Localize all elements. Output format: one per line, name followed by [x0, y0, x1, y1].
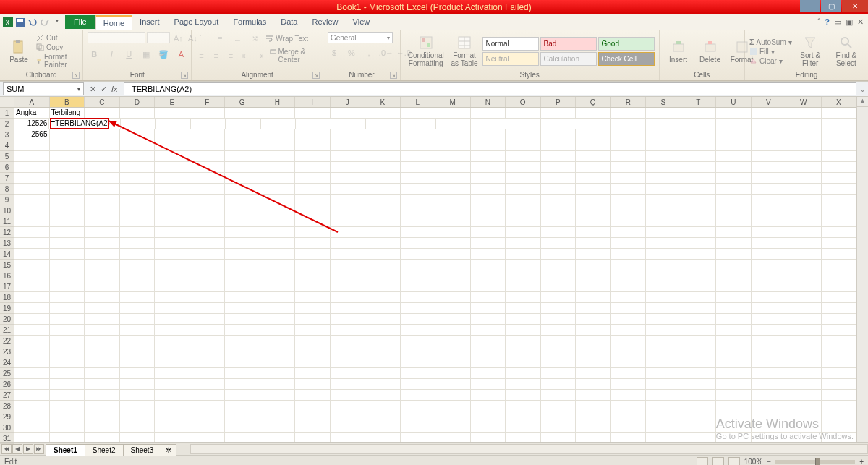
cell-A31[interactable] [14, 433, 50, 442]
cell-Q16[interactable] [576, 270, 611, 281]
cell-F27[interactable] [190, 390, 226, 401]
tab-review[interactable]: Review [305, 15, 345, 29]
cell-O31[interactable] [506, 433, 541, 442]
cell-S18[interactable] [646, 292, 681, 303]
cell-H9[interactable] [260, 195, 296, 205]
cell-I14[interactable] [295, 249, 331, 260]
select-all-corner[interactable] [0, 97, 14, 108]
cell-U17[interactable] [716, 281, 752, 292]
cell-U16[interactable] [716, 270, 752, 281]
cell-Q15[interactable] [576, 260, 611, 270]
cell-H15[interactable] [260, 260, 296, 270]
cell-R26[interactable] [611, 379, 647, 390]
cell-C8[interactable] [85, 184, 120, 195]
cell-T23[interactable] [681, 346, 717, 357]
cell-H18[interactable] [260, 292, 296, 303]
qa-dropdown-icon[interactable]: ▾ [52, 17, 62, 27]
cell-G21[interactable] [225, 325, 260, 336]
cell-T24[interactable] [681, 357, 717, 368]
cell-M31[interactable] [435, 433, 471, 442]
cell-G16[interactable] [225, 270, 260, 281]
cell-G19[interactable] [225, 303, 260, 314]
cell-R14[interactable] [611, 249, 647, 260]
cell-U30[interactable] [716, 422, 752, 433]
cell-E1[interactable] [155, 108, 190, 119]
cell-F1[interactable] [190, 108, 226, 119]
cell-V11[interactable] [752, 216, 787, 227]
cell-D1[interactable] [120, 108, 156, 119]
clipboard-dialog-launcher[interactable]: ↘ [72, 72, 80, 79]
cell-T11[interactable] [681, 216, 717, 227]
cell-C29[interactable] [85, 411, 120, 422]
cell-K7[interactable] [365, 173, 401, 184]
cell-M15[interactable] [435, 260, 471, 270]
cell-V31[interactable] [752, 433, 787, 442]
cell-F17[interactable] [190, 281, 226, 292]
column-header-N[interactable]: N [471, 97, 506, 107]
cell-H26[interactable] [260, 379, 296, 390]
cell-B16[interactable] [50, 270, 85, 281]
cell-P19[interactable] [541, 303, 576, 314]
cell-U8[interactable] [716, 184, 752, 195]
column-header-I[interactable]: I [295, 97, 331, 107]
cell-B20[interactable] [50, 314, 85, 325]
cell-O21[interactable] [506, 325, 541, 336]
cell-E7[interactable] [155, 173, 190, 184]
cell-V14[interactable] [752, 249, 787, 260]
cell-J3[interactable] [331, 129, 366, 140]
cell-N1[interactable] [471, 108, 506, 119]
cell-J13[interactable] [331, 238, 366, 249]
italic-button[interactable]: I [105, 48, 118, 61]
border-button[interactable]: ▦ [140, 48, 153, 61]
cell-J31[interactable] [331, 433, 366, 442]
cell-D12[interactable] [120, 227, 156, 238]
cell-H12[interactable] [260, 227, 296, 238]
cell-M10[interactable] [435, 205, 471, 216]
cell-D10[interactable] [120, 205, 156, 216]
cell-L16[interactable] [401, 270, 436, 281]
namebox-dropdown-icon[interactable]: ▾ [77, 86, 80, 93]
cell-A24[interactable] [14, 357, 50, 368]
cell-U15[interactable] [716, 260, 752, 270]
cell-E9[interactable] [155, 195, 190, 205]
cell-O2[interactable] [506, 119, 541, 129]
cell-J2[interactable] [331, 119, 366, 129]
cell-P6[interactable] [541, 162, 576, 173]
cell-E25[interactable] [155, 368, 190, 379]
cell-R24[interactable] [611, 357, 647, 368]
cell-O7[interactable] [506, 173, 541, 184]
cell-L12[interactable] [401, 227, 436, 238]
cell-D25[interactable] [120, 368, 156, 379]
currency-icon[interactable]: $ [328, 46, 341, 59]
cell-P8[interactable] [541, 184, 576, 195]
cell-N2[interactable] [471, 119, 506, 129]
cell-A23[interactable] [14, 346, 50, 357]
cell-N10[interactable] [471, 205, 506, 216]
cell-B19[interactable] [50, 303, 85, 314]
cell-A25[interactable] [14, 368, 50, 379]
cell-K30[interactable] [365, 422, 401, 433]
cell-V19[interactable] [752, 303, 787, 314]
column-header-M[interactable]: M [435, 97, 471, 107]
cell-L9[interactable] [401, 195, 436, 205]
cell-A14[interactable] [14, 249, 50, 260]
new-sheet-button[interactable]: ✲ [161, 444, 176, 456]
cell-A22[interactable] [14, 336, 50, 346]
cell-B18[interactable] [50, 292, 85, 303]
cell-U6[interactable] [716, 162, 752, 173]
cell-B10[interactable] [50, 205, 85, 216]
cell-C6[interactable] [85, 162, 120, 173]
cell-R10[interactable] [611, 205, 647, 216]
cell-M18[interactable] [435, 292, 471, 303]
cell-E10[interactable] [155, 205, 190, 216]
tab-page-layout[interactable]: Page Layout [167, 15, 226, 29]
cell-O8[interactable] [506, 184, 541, 195]
cell-U3[interactable] [716, 129, 752, 140]
cell-E28[interactable] [155, 401, 190, 411]
cell-N11[interactable] [471, 216, 506, 227]
cell-N4[interactable] [471, 140, 506, 151]
cell-N5[interactable] [471, 151, 506, 162]
cell-K20[interactable] [365, 314, 401, 325]
cell-R4[interactable] [611, 140, 647, 151]
cell-E29[interactable] [155, 411, 190, 422]
